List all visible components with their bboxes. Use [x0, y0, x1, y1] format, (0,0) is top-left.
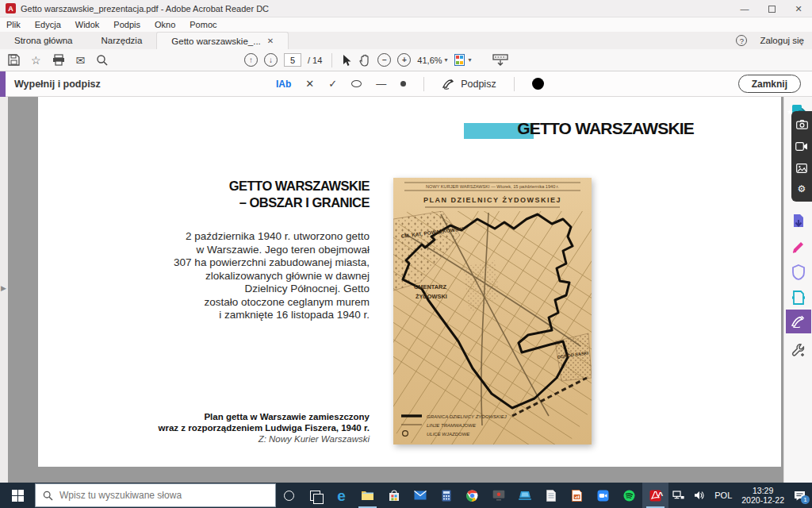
- notepad-icon: [546, 490, 556, 502]
- camera-icon[interactable]: [796, 118, 808, 133]
- tab-document[interactable]: Getto warszawskie_... ✕: [156, 32, 289, 49]
- map-label-jewish-cemetery-1: CMENTARZ: [414, 283, 446, 291]
- zoom-in-icon[interactable]: +: [397, 53, 411, 67]
- fill-sign-divider: [423, 77, 424, 91]
- more-tools-wrench-icon[interactable]: [790, 341, 807, 359]
- document-canvas: ▶ GETTO WARSZAWSKIE GETTO WARSZAWSKIE – …: [0, 97, 783, 483]
- start-button[interactable]: [0, 483, 35, 508]
- task-view-icon: [310, 491, 320, 501]
- add-text-tool-icon[interactable]: IAb: [276, 79, 291, 90]
- protect-shield-icon[interactable]: [790, 264, 807, 281]
- zoom-out-icon[interactable]: −: [377, 53, 391, 67]
- taskbar-impress[interactable]: [564, 483, 590, 508]
- email-icon[interactable]: ✉: [76, 54, 86, 67]
- help-icon[interactable]: ?: [736, 35, 747, 46]
- favorites-star-icon[interactable]: ☆: [31, 54, 41, 67]
- restore-glyph: [768, 6, 776, 13]
- section-title: GETTO WARSZAWSKIE – OBSZAR I GRANICE: [229, 178, 370, 211]
- fill-sign-active-tool[interactable]: [786, 310, 811, 333]
- map-newspaper-header: NOWY KURJER WARSZAWSKI — Wtorek, 15 paźd…: [426, 184, 559, 189]
- previous-page-icon[interactable]: ↑: [244, 53, 258, 67]
- zoom-level-dropdown[interactable]: 41,6% ▾: [417, 56, 447, 65]
- menu-widok[interactable]: Widok: [75, 20, 100, 29]
- volume-icon[interactable]: [694, 491, 705, 500]
- taskbar-chrome[interactable]: [459, 483, 485, 508]
- window-controls: — ✕: [731, 0, 812, 17]
- search-icon[interactable]: [96, 54, 109, 67]
- sign-in-link[interactable]: Zaloguj się: [760, 36, 804, 45]
- page-fit-caret-icon: ▾: [469, 56, 472, 64]
- line-annotation-icon[interactable]: —: [376, 78, 386, 90]
- tray-chevron-icon[interactable]: ^: [658, 491, 663, 500]
- cortana-button[interactable]: [276, 483, 302, 508]
- menu-okno[interactable]: Okno: [155, 20, 175, 29]
- capture-widget[interactable]: ★ ⚙: [791, 111, 812, 202]
- tab-home[interactable]: Strona główna: [0, 32, 87, 49]
- taskbar-search[interactable]: [35, 483, 276, 507]
- menu-edycja[interactable]: Edycja: [35, 20, 61, 29]
- fill-sign-pen-icon: [791, 315, 806, 328]
- video-record-icon[interactable]: [795, 140, 808, 154]
- menu-pomoc[interactable]: Pomoc: [190, 20, 216, 29]
- spotify-icon: [623, 490, 635, 502]
- next-page-icon[interactable]: ↓: [264, 53, 278, 67]
- taskbar-spotify[interactable]: [616, 483, 642, 508]
- taskbar-edge[interactable]: e: [328, 483, 354, 508]
- color-swatch-black[interactable]: [532, 78, 544, 90]
- menu-plik[interactable]: Plik: [6, 20, 21, 29]
- screen-recorder-icon: [492, 490, 505, 501]
- sign-button[interactable]: Podpisz: [442, 79, 496, 90]
- check-annotation-icon[interactable]: ✓: [328, 78, 337, 90]
- edge-icon: e: [337, 488, 346, 503]
- map-caption: Plan getta w Warszawie zamieszczony wraz…: [100, 411, 370, 444]
- save-icon[interactable]: [8, 54, 20, 66]
- map-legend-tramlines: LINJE TRAMWAJOWE: [427, 423, 477, 428]
- task-view-button[interactable]: [302, 483, 328, 508]
- taskbar-mail[interactable]: [407, 483, 433, 508]
- circle-annotation-icon[interactable]: [351, 80, 362, 87]
- tab-tools-label: Narzędzia: [102, 36, 143, 45]
- minimize-icon[interactable]: —: [731, 0, 758, 17]
- language-indicator[interactable]: POL: [714, 491, 732, 500]
- tab-tools[interactable]: Narzędzia: [87, 32, 157, 49]
- taskbar-zoom[interactable]: [590, 483, 616, 508]
- hand-tool-icon[interactable]: [358, 54, 371, 67]
- print-icon[interactable]: [52, 54, 65, 66]
- network-icon[interactable]: [672, 491, 684, 500]
- menu-podpis[interactable]: Podpis: [113, 20, 140, 29]
- notification-center-button[interactable]: 1: [794, 491, 806, 501]
- taskbar-connect-app[interactable]: [511, 483, 538, 508]
- caption-source: Z: Nowy Kurier Warszawski: [100, 433, 370, 444]
- file-explorer-icon: [361, 490, 374, 501]
- cortana-icon: [284, 491, 294, 501]
- fill-sign-toolbar: Wypełnij i podpisz IAb ✕ ✓ — Podpisz Zam…: [0, 71, 812, 97]
- taskbar-store[interactable]: [381, 483, 407, 508]
- gear-icon[interactable]: ⚙: [798, 183, 806, 194]
- hide-toolbar-icon[interactable]: [492, 54, 508, 67]
- taskbar-calculator[interactable]: [433, 483, 459, 508]
- comment-pdf-icon[interactable]: [790, 289, 807, 306]
- calculator-icon: [442, 490, 451, 502]
- taskbar: e: [0, 483, 812, 508]
- taskbar-notepad[interactable]: [538, 483, 564, 508]
- create-pdf-icon[interactable]: [790, 213, 807, 230]
- expand-nav-pane-icon[interactable]: ▶: [1, 284, 6, 292]
- taskbar-search-input[interactable]: [59, 490, 250, 501]
- restore-icon[interactable]: [758, 0, 785, 17]
- taskbar-file-explorer[interactable]: [354, 483, 381, 508]
- taskbar-screen-recorder[interactable]: [485, 483, 511, 508]
- tab-close-icon[interactable]: ✕: [267, 37, 274, 45]
- clock[interactable]: 13:29 2020-12-22: [741, 486, 784, 505]
- cross-annotation-icon[interactable]: ✕: [305, 78, 314, 90]
- page-display-dropdown[interactable]: ▾: [454, 54, 472, 66]
- edit-pdf-icon[interactable]: [790, 238, 807, 256]
- dot-annotation-icon[interactable]: [400, 81, 406, 87]
- close-fill-sign-button[interactable]: Zamknij: [738, 75, 801, 93]
- close-icon[interactable]: ✕: [785, 0, 812, 17]
- image-gallery-icon[interactable]: [796, 162, 807, 176]
- ghetto-map-image: NOWY KURJER WARSZAWSKI — Wtorek, 15 paźd…: [393, 178, 592, 444]
- select-cursor-icon[interactable]: [342, 54, 352, 67]
- body-paragraph: 2 października 1940 r. utworzono getto w…: [124, 230, 370, 322]
- menu-bar: Plik Edycja Widok Podpis Okno Pomoc: [0, 17, 812, 32]
- page-number-input[interactable]: [284, 53, 301, 67]
